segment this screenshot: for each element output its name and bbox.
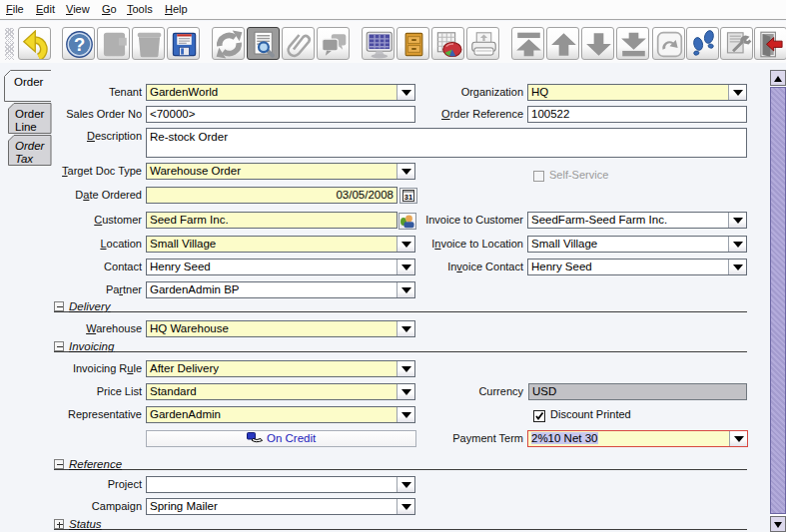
svg-text:?: ? — [74, 34, 85, 55]
